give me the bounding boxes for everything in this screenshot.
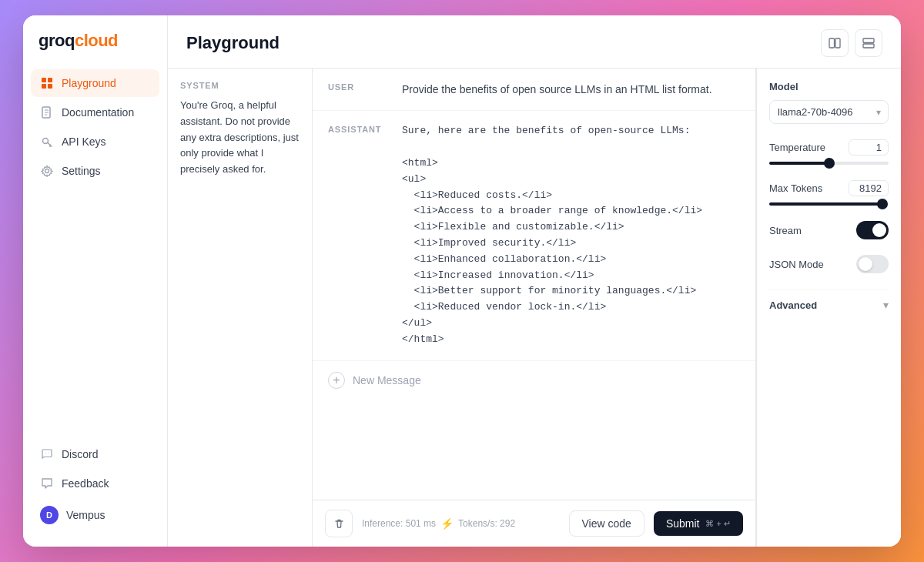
book-icon [40,105,54,119]
gear-icon [40,164,54,178]
svg-rect-2 [42,84,46,89]
bottom-bar: Inference: 501 ms ⚡ Tokens/s: 292 View c… [313,500,755,547]
model-select[interactable]: llama2-70b-4096 mixtral-8x7b-32768 gemma… [769,100,889,124]
inference-label: Inference: 501 ms [362,518,436,529]
max-tokens-section: Max Tokens 8192 [769,180,889,206]
chevron-down-icon: ▾ [883,299,889,311]
lightning-icon: ⚡ [440,517,454,530]
max-tokens-slider[interactable] [769,202,889,206]
max-tokens-label: Max Tokens [769,182,822,194]
view-code-button[interactable]: View code [569,510,644,537]
toggle-thumb [872,223,886,237]
sidebar-item-playground[interactable]: Playground [31,69,159,97]
message-content-assistant[interactable]: Sure, here are the benefits of open-sour… [402,123,740,347]
chat-icon [40,477,54,490]
new-message-label: New Message [353,374,421,386]
plus-circle-icon: + [328,372,345,389]
header-actions [821,29,882,57]
stream-label: Stream [769,225,802,236]
model-section: Model llama2-70b-4096 mixtral-8x7b-32768… [769,81,889,124]
main-content: Playground SYSTE [168,15,901,547]
logo: groqcloud [23,31,167,69]
svg-rect-13 [835,38,840,48]
new-message-row[interactable]: + New Message [313,361,755,400]
temperature-label: Temperature [769,142,825,153]
stream-section: Stream [769,221,889,239]
json-mode-section: JSON Mode [769,255,889,273]
message-role-assistant: ASSISTANT [328,123,390,347]
svg-rect-1 [48,78,52,82]
page-title: Playground [186,33,280,53]
avatar: D [40,506,59,524]
submit-button[interactable]: Submit ⌘ + ↵ [654,511,743,536]
trash-icon [333,518,345,530]
sidebar-bottom: Discord Feedback D Vempus [23,440,167,531]
sidebar-nav: Playground Documentation [23,69,167,440]
sidebar-item-label: Discord [62,448,98,460]
logo-groq: groq [38,31,75,50]
sidebar-item-label: Feedback [62,477,109,490]
max-tokens-value[interactable]: 8192 [849,180,889,196]
layout-columns-icon [862,37,875,49]
sidebar-item-api-keys[interactable]: API Keys [31,128,159,156]
divider [769,289,889,289]
messages-scroll: USER Provide the benefits of open source… [313,69,755,500]
model-select-wrapper: llama2-70b-4096 mixtral-8x7b-32768 gemma… [769,100,889,124]
submit-kbd: ⌘ + ↵ [705,519,731,529]
temperature-slider[interactable] [769,162,889,165]
sidebar: groqcloud Playground [23,15,168,547]
user-item[interactable]: D Vempus [31,499,159,531]
key-icon [40,135,54,149]
layout-split-icon [829,37,841,49]
sidebar-item-feedback[interactable]: Feedback [31,470,159,497]
json-mode-toggle[interactable] [856,255,889,273]
settings-panel: Model llama2-70b-4096 mixtral-8x7b-32768… [756,69,901,547]
sidebar-item-documentation[interactable]: Documentation [31,99,159,126]
submit-label: Submit [666,517,700,530]
sidebar-item-discord[interactable]: Discord [31,440,159,468]
sidebar-item-label: Settings [62,165,101,177]
message-row-assistant: ASSISTANT Sure, here are the benefits of… [313,111,755,360]
delete-button[interactable] [325,510,353,537]
toggle-thumb [859,257,872,271]
layout-split-button[interactable] [821,29,849,57]
layout-columns-button[interactable] [855,29,882,57]
messages-area: USER Provide the benefits of open source… [313,69,756,547]
grid-icon [40,76,54,90]
system-text[interactable]: You're Groq, a helpful assistant. Do not… [180,98,300,178]
tokens-label: Tokens/s: 292 [458,518,515,529]
advanced-row[interactable]: Advanced ▾ [769,293,889,317]
chat-container: SYSTEM You're Groq, a helpful assistant.… [168,69,901,547]
discord-icon [40,447,54,461]
json-mode-label: JSON Mode [769,259,824,270]
logo-cloud: cloud [75,31,118,50]
system-panel: SYSTEM You're Groq, a helpful assistant.… [168,69,313,547]
sidebar-item-label: Documentation [62,106,134,119]
user-name: Vempus [66,509,105,521]
sidebar-item-settings[interactable]: Settings [31,157,159,185]
sidebar-item-label: API Keys [62,135,106,148]
page-header: Playground [168,15,901,69]
temperature-section: Temperature 1 [769,139,889,165]
svg-rect-14 [863,38,874,43]
sidebar-item-label: Playground [62,77,116,89]
svg-rect-15 [863,44,874,48]
message-role-user: USER [328,81,390,98]
svg-point-11 [45,169,49,173]
system-label: SYSTEM [180,81,300,90]
svg-rect-12 [829,38,835,48]
message-row-user: USER Provide the benefits of open source… [313,69,755,111]
temperature-value[interactable]: 1 [849,139,889,156]
advanced-label: Advanced [769,299,817,311]
inference-info: Inference: 501 ms ⚡ Tokens/s: 292 [362,517,560,530]
svg-rect-0 [42,78,46,82]
svg-rect-3 [48,84,52,89]
stream-toggle[interactable] [856,221,889,239]
message-content-user[interactable]: Provide the benefits of open source LLMs… [402,81,740,98]
model-label: Model [769,81,889,92]
